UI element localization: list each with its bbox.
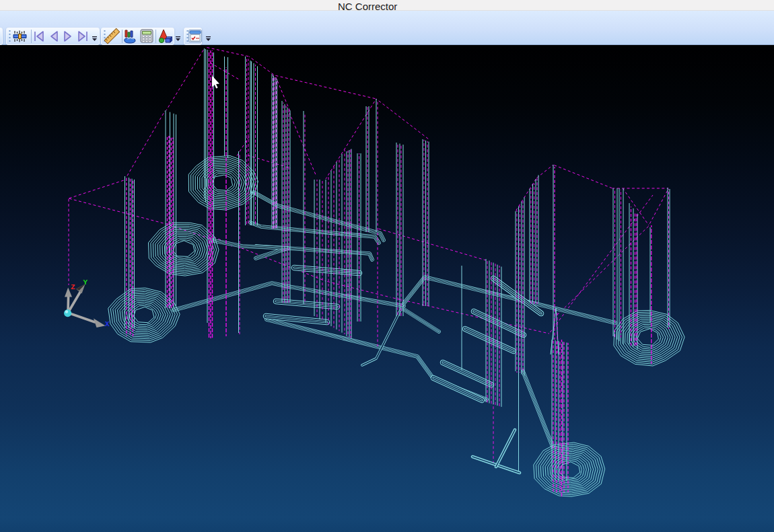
svg-text:Y: Y	[83, 278, 88, 287]
svg-text:Z: Z	[71, 283, 75, 291]
svg-text:X: X	[105, 320, 110, 328]
